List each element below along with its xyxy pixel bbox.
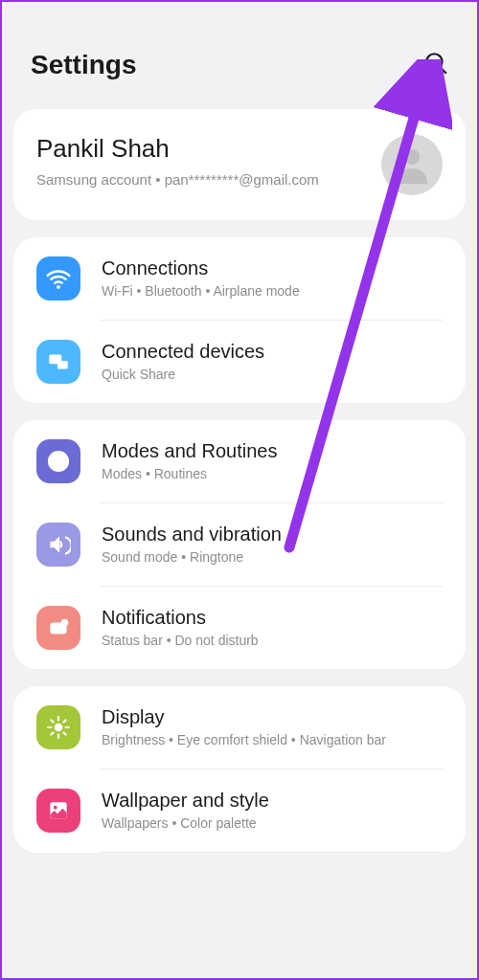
display-icon	[36, 705, 80, 749]
setting-connected-devices[interactable]: Connected devices Quick Share	[13, 321, 466, 403]
item-sub: Wi-Fi • Bluetooth • Airplane mode	[102, 282, 443, 300]
item-sub: Status bar • Do not disturb	[102, 632, 443, 649]
item-text: Wallpaper and style Wallpapers • Color p…	[102, 790, 443, 832]
svg-rect-4	[57, 361, 68, 369]
divider	[100, 852, 443, 853]
item-text: Display Brightness • Eye comfort shield …	[102, 706, 443, 748]
settings-group: Display Brightness • Eye comfort shield …	[13, 686, 466, 853]
item-sub: Sound mode • Ringtone	[102, 548, 443, 566]
svg-line-14	[63, 732, 65, 734]
settings-group: Modes and Routines Modes • Routines Soun…	[13, 420, 466, 669]
item-title: Wallpaper and style	[102, 790, 443, 812]
setting-wallpaper[interactable]: Wallpaper and style Wallpapers • Color p…	[13, 769, 466, 852]
search-icon	[423, 51, 448, 76]
account-info: Pankil Shah Samsung account • pan*******…	[36, 134, 372, 189]
sound-icon	[36, 523, 80, 567]
svg-point-2	[404, 149, 420, 165]
account-card[interactable]: Pankil Shah Samsung account • pan*******…	[13, 109, 466, 220]
modes-icon	[36, 439, 80, 483]
item-text: Connections Wi-Fi • Bluetooth • Airplane…	[102, 257, 443, 300]
devices-icon	[36, 340, 80, 384]
item-text: Sounds and vibration Sound mode • Ringto…	[102, 523, 443, 566]
svg-point-8	[55, 724, 63, 732]
item-title: Notifications	[102, 607, 443, 629]
setting-connections[interactable]: Connections Wi-Fi • Bluetooth • Airplane…	[13, 237, 466, 320]
svg-point-0	[426, 54, 442, 69]
svg-line-15	[51, 732, 53, 734]
item-text: Notifications Status bar • Do not distur…	[102, 607, 443, 649]
header: Settings	[2, 2, 477, 109]
search-button[interactable]	[423, 51, 448, 79]
setting-modes[interactable]: Modes and Routines Modes • Routines	[13, 420, 466, 502]
item-title: Connected devices	[102, 341, 443, 363]
svg-line-16	[63, 720, 65, 722]
svg-line-1	[441, 68, 446, 74]
account-name: Pankil Shah	[36, 134, 372, 164]
svg-point-18	[54, 806, 57, 810]
item-text: Modes and Routines Modes • Routines	[102, 440, 443, 482]
item-text: Connected devices Quick Share	[102, 341, 443, 383]
wallpaper-icon	[36, 789, 80, 833]
wifi-icon	[36, 256, 80, 301]
avatar-icon	[389, 142, 435, 188]
avatar	[381, 134, 443, 195]
item-title: Connections	[102, 257, 443, 279]
page-title: Settings	[31, 50, 136, 80]
setting-display[interactable]: Display Brightness • Eye comfort shield …	[13, 686, 466, 768]
item-sub: Quick Share	[102, 366, 443, 383]
settings-group: Connections Wi-Fi • Bluetooth • Airplane…	[13, 237, 466, 403]
svg-point-7	[61, 619, 69, 627]
item-title: Display	[102, 706, 443, 728]
item-title: Modes and Routines	[102, 440, 443, 462]
setting-sounds[interactable]: Sounds and vibration Sound mode • Ringto…	[13, 503, 466, 586]
svg-line-13	[51, 720, 53, 722]
account-sub: Samsung account • pan*********@gmail.com	[36, 169, 372, 189]
item-title: Sounds and vibration	[102, 523, 443, 546]
setting-notifications[interactable]: Notifications Status bar • Do not distur…	[13, 587, 466, 669]
item-sub: Modes • Routines	[102, 465, 443, 482]
item-sub: Brightness • Eye comfort shield • Naviga…	[102, 731, 443, 748]
item-sub: Wallpapers • Color palette	[102, 814, 443, 832]
notifications-icon	[36, 606, 80, 650]
